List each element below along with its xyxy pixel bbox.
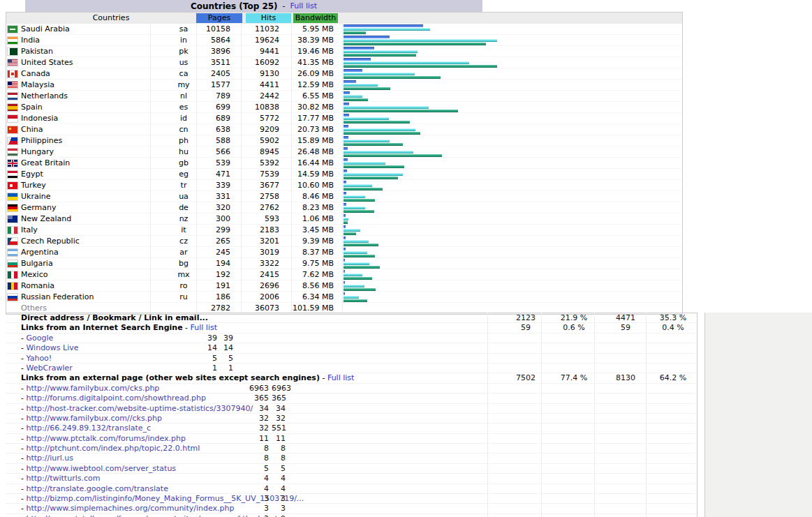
country-bandwidth: 26.09 MB bbox=[283, 68, 334, 80]
referrer-link[interactable]: WebCrawler bbox=[26, 364, 72, 373]
flag-in-icon bbox=[8, 37, 17, 44]
hits-bar bbox=[344, 251, 367, 254]
countries-table-header: Countries Pages Hits Bandwidth bbox=[6, 13, 682, 24]
hits-bar bbox=[344, 61, 469, 64]
country-name: Hungary bbox=[21, 147, 54, 158]
country-bars bbox=[344, 47, 679, 57]
referrer-item-row: - http://host-tracker.com/website-uptime… bbox=[6, 404, 697, 414]
hits-bar bbox=[344, 50, 418, 53]
referrer-link[interactable]: http://www.familybux.com/cks.php bbox=[26, 384, 159, 393]
referrer-link[interactable]: http://66.249.89.132/translate_c bbox=[26, 424, 151, 433]
country-bars bbox=[344, 103, 679, 113]
flag-ro-icon bbox=[8, 283, 17, 290]
country-pages: 3896 bbox=[192, 46, 230, 57]
country-bars bbox=[344, 225, 679, 236]
referrer-pages: 14 bbox=[189, 343, 217, 353]
referrer-link[interactable]: Google bbox=[26, 334, 53, 343]
country-pages: 320 bbox=[192, 202, 230, 213]
country-row: Italy it 299 2183 3.45 MB bbox=[6, 225, 682, 236]
country-hits: 2696 bbox=[241, 280, 279, 292]
country-pages: 339 bbox=[192, 180, 230, 191]
search-engine-items: - Google 39 39 - Windows Live 14 14 - Ya… bbox=[6, 334, 697, 374]
country-row: Pakistan pk 3896 9441 19.46 MB bbox=[6, 46, 682, 57]
country-bars bbox=[344, 91, 679, 102]
country-bandwidth: 6.34 MB bbox=[283, 292, 334, 303]
referrer-link[interactable]: http://forums.digitalpoint.com/showthrea… bbox=[26, 394, 206, 403]
country-bars bbox=[344, 36, 679, 46]
hits-bar bbox=[344, 274, 362, 276]
pages-bar bbox=[344, 69, 362, 72]
country-pages: 299 bbox=[192, 225, 230, 236]
country-bandwidth: 8.23 MB bbox=[283, 202, 334, 213]
country-hits: 9209 bbox=[241, 124, 279, 135]
country-hits: 2183 bbox=[241, 225, 279, 236]
referrer-link[interactable]: http://www.iwebtool.com/server_status bbox=[26, 464, 176, 473]
referrer-item-row: - http://twitturls.com 4 4 bbox=[6, 474, 697, 484]
hits-bar bbox=[344, 285, 364, 287]
referrer-hits: 365 bbox=[272, 394, 286, 403]
country-row: Great Britain gb 539 5392 16.44 MB bbox=[6, 158, 682, 169]
referrer-hits: 9 bbox=[272, 514, 286, 517]
countries-table: Countries Pages Hits Bandwidth Saudi Ara… bbox=[6, 12, 683, 315]
country-name: Romania bbox=[21, 280, 54, 292]
search-full-list-link[interactable]: Full list bbox=[191, 323, 217, 332]
referrer-link[interactable]: http://iurl.us bbox=[26, 454, 73, 463]
external-full-list-link[interactable]: Full list bbox=[327, 373, 354, 382]
referrer-link[interactable]: http://translate.google.com/translate bbox=[26, 484, 168, 493]
column-divider bbox=[196, 24, 197, 314]
country-row: Czech Republic cz 265 3201 9.39 MB bbox=[6, 236, 682, 247]
flag-nz-icon bbox=[8, 216, 17, 223]
referrer-pages: 32 bbox=[237, 424, 269, 433]
country-bars bbox=[344, 248, 679, 258]
country-bars bbox=[344, 125, 679, 135]
referrer-pages: 3 bbox=[237, 504, 269, 514]
country-pages: 699 bbox=[192, 102, 230, 113]
referrer-link[interactable]: http://ptchunt.com/index.php/topic,22.0.… bbox=[26, 444, 200, 453]
referrer-hits: 3 bbox=[272, 504, 286, 514]
referrer-link[interactable]: Yahoo! bbox=[26, 354, 52, 363]
country-pages: 194 bbox=[192, 258, 230, 269]
referrer-item-row: - http://www.ptctalk.com/forums/support-… bbox=[6, 514, 697, 517]
flag-nl-icon bbox=[8, 93, 17, 100]
flag-cz-icon bbox=[8, 238, 17, 245]
country-bandwidth: 3.45 MB bbox=[283, 225, 334, 236]
country-hits: 2415 bbox=[241, 269, 279, 280]
referrer-link[interactable]: http://www.simplemachines.org/community/… bbox=[26, 504, 234, 513]
referrer-link[interactable]: http://twitturls.com bbox=[26, 474, 100, 483]
referrer-link[interactable]: http://host-tracker.com/website-uptime-s… bbox=[26, 404, 253, 413]
referrer-link[interactable]: Windows Live bbox=[26, 343, 78, 352]
flag-gb-icon bbox=[8, 160, 17, 167]
referrer-hits: 8 bbox=[272, 444, 286, 454]
pages-bar bbox=[344, 237, 346, 239]
country-hits: 593 bbox=[241, 213, 279, 225]
hits-bar bbox=[344, 73, 415, 75]
referrer-link[interactable]: http://www.ptctalk.com/forums/index.php bbox=[26, 434, 185, 443]
country-bandwidth: 19.46 MB bbox=[283, 46, 334, 57]
countries-full-list-link[interactable]: Full list bbox=[290, 1, 317, 10]
country-bars bbox=[344, 136, 679, 147]
bandwidth-bar bbox=[344, 243, 378, 246]
pages-bar bbox=[344, 91, 350, 94]
column-divider bbox=[342, 24, 343, 314]
country-bandwidth: 1.06 MB bbox=[283, 213, 334, 225]
country-bandwidth: 20.73 MB bbox=[283, 124, 334, 135]
referrer-link[interactable]: http://www.familybux.com//cks.php bbox=[26, 414, 162, 423]
flag-ru-icon bbox=[8, 294, 17, 301]
country-pages: 192 bbox=[192, 269, 230, 280]
country-pages: 245 bbox=[192, 247, 230, 258]
bandwidth-column-header: Bandwidth bbox=[293, 13, 338, 23]
pages-bar bbox=[344, 181, 346, 183]
country-hits: 2006 bbox=[241, 292, 279, 303]
hits-bar bbox=[344, 296, 359, 299]
country-name: Bulgaria bbox=[21, 258, 53, 269]
country-row: Turkey tr 339 3677 10.60 MB bbox=[6, 180, 682, 191]
country-bandwidth: 17.77 MB bbox=[283, 113, 334, 124]
referrer-pages: 3 bbox=[237, 514, 269, 517]
country-row: United States us 3511 16092 41.35 MB bbox=[6, 57, 682, 68]
country-name: Czech Republic bbox=[21, 236, 80, 247]
hits-bar bbox=[344, 28, 430, 31]
country-row: Romania ro 191 2696 8.56 MB bbox=[6, 280, 682, 292]
referrer-pages: 6963 bbox=[237, 384, 269, 394]
country-bandwidth: 38.39 MB bbox=[283, 35, 334, 46]
hits-bar bbox=[344, 140, 390, 142]
